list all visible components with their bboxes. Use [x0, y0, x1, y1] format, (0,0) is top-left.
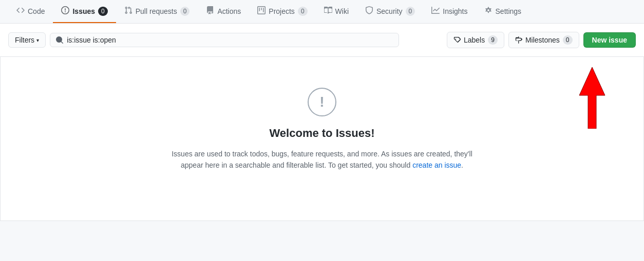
right-toolbar: Labels 9 Milestones 0 New issue — [447, 32, 636, 48]
toolbar: Filters ▾ Labels 9 Milestones 0 — [0, 24, 644, 57]
settings-icon — [484, 6, 493, 16]
wiki-icon — [324, 6, 332, 16]
filters-label: Filters — [15, 36, 34, 44]
tab-actions[interactable]: Actions — [198, 0, 249, 23]
new-issue-button[interactable]: New issue — [583, 32, 636, 48]
tab-settings-label: Settings — [496, 7, 522, 15]
filters-button[interactable]: Filters ▾ — [8, 32, 46, 48]
labels-count: 9 — [488, 35, 498, 45]
empty-state-description: Issues are used to track todos, bugs, fe… — [168, 148, 476, 171]
labels-button[interactable]: Labels 9 — [447, 32, 504, 48]
code-icon — [16, 6, 25, 16]
tab-security[interactable]: Security 0 — [357, 0, 423, 23]
search-icon — [55, 36, 64, 44]
issues-badge: 0 — [98, 7, 108, 16]
tab-wiki[interactable]: Wiki — [316, 0, 357, 23]
tab-issues[interactable]: Issues 0 — [53, 0, 116, 23]
labels-label: Labels — [464, 36, 485, 44]
tab-pull-requests[interactable]: Pull requests 0 — [116, 0, 198, 23]
security-badge: 0 — [406, 7, 415, 16]
empty-state-icon: ! — [308, 88, 336, 116]
tab-actions-label: Actions — [217, 7, 241, 15]
empty-state-text-part2: . — [461, 161, 463, 169]
tab-settings[interactable]: Settings — [476, 0, 530, 23]
tab-projects-label: Projects — [269, 7, 295, 15]
milestones-icon — [515, 36, 522, 44]
new-issue-label: New issue — [592, 36, 627, 44]
milestones-label: Milestones — [525, 36, 560, 44]
pull-requests-icon — [124, 6, 132, 16]
chevron-down-icon: ▾ — [36, 37, 39, 43]
insights-icon — [431, 6, 440, 16]
pull-requests-badge: 0 — [180, 7, 190, 16]
create-issue-link[interactable]: create an issue — [412, 161, 461, 169]
tab-wiki-label: Wiki — [335, 7, 349, 15]
tab-projects[interactable]: Projects 0 — [249, 0, 315, 23]
tab-insights[interactable]: Insights — [423, 0, 476, 23]
projects-icon — [257, 6, 266, 16]
actions-icon — [206, 6, 214, 16]
search-wrapper — [50, 33, 399, 47]
tab-security-label: Security — [376, 7, 403, 15]
tab-insights-label: Insights — [443, 7, 467, 15]
issues-icon — [61, 6, 69, 16]
nav-tabs: Code Issues 0 Pull requests 0 Actions — [0, 0, 644, 24]
tab-code-label: Code — [28, 7, 45, 15]
search-input[interactable] — [67, 36, 393, 44]
security-icon — [365, 6, 373, 16]
main-content: ! Welcome to Issues! Issues are used to … — [0, 57, 644, 221]
labels-icon — [453, 36, 461, 44]
milestones-count: 0 — [563, 35, 573, 45]
projects-badge: 0 — [298, 7, 308, 16]
empty-state-title: Welcome to Issues! — [270, 127, 375, 140]
tab-pull-requests-label: Pull requests — [136, 7, 177, 15]
milestones-button[interactable]: Milestones 0 — [508, 32, 579, 48]
tab-issues-label: Issues — [72, 7, 95, 15]
tab-code[interactable]: Code — [8, 0, 53, 23]
empty-state: ! Welcome to Issues! Issues are used to … — [1, 57, 643, 192]
